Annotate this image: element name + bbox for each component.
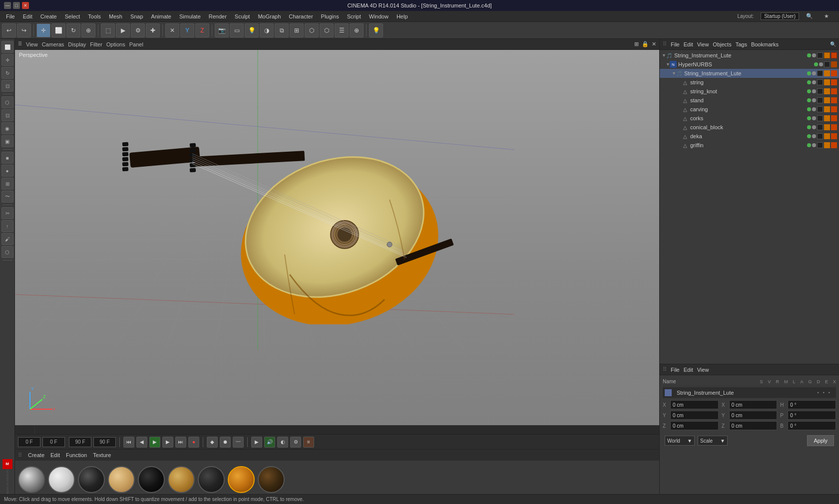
undo-button[interactable]: ↩ <box>2 23 16 37</box>
sidebar-move[interactable]: ✛ <box>1 54 13 66</box>
sidebar-scale[interactable]: ⊡ <box>1 80 13 92</box>
obj-tag10[interactable] <box>824 88 830 94</box>
menu-mesh[interactable]: Mesh <box>105 12 126 20</box>
obj-carving[interactable]: △ carving <box>660 105 839 114</box>
move-tool-button[interactable]: ✛ <box>36 23 50 37</box>
obj-tags-menu[interactable]: Tags <box>736 41 747 47</box>
obj-tag17[interactable] <box>831 106 837 112</box>
obj-objects-menu[interactable]: Objects <box>713 41 731 47</box>
select-all-button[interactable]: ⬜ <box>51 23 65 37</box>
maximize-button[interactable]: □ <box>13 2 20 9</box>
menu-create[interactable]: Create <box>36 12 61 20</box>
obj-vis9[interactable] <box>807 125 811 129</box>
obj-tag13[interactable] <box>824 97 830 103</box>
menu-mograph[interactable]: MoGraph <box>254 12 285 20</box>
obj-render7[interactable] <box>812 107 816 111</box>
menu-file[interactable]: File <box>2 12 19 20</box>
attr-file-menu[interactable]: File <box>671 367 680 373</box>
obj-tag29[interactable] <box>831 142 837 148</box>
coord-z-input[interactable]: 0 cm <box>670 421 719 430</box>
obj-tag24[interactable] <box>817 133 823 139</box>
obj-vis6[interactable] <box>807 98 811 102</box>
sidebar-grid[interactable]: ⊞ <box>1 178 13 190</box>
frame-total-input[interactable] <box>93 437 116 447</box>
viewport-expand-icon[interactable]: ⊞ <box>634 41 639 47</box>
hair-button[interactable]: ⬡ <box>320 23 334 37</box>
keyframe-button[interactable]: ◆ <box>207 437 218 448</box>
obj-vis-dot[interactable] <box>807 53 811 57</box>
menu-simulate[interactable]: Simulate <box>175 12 205 20</box>
obj-vis3[interactable] <box>807 71 811 75</box>
go-end-button[interactable]: ⏭ <box>175 437 186 448</box>
obj-tag27[interactable] <box>817 142 823 148</box>
clone-button[interactable]: ⧉ <box>275 23 289 37</box>
obj-string[interactable]: △ string <box>660 78 839 87</box>
scale-button[interactable]: ⊕ <box>81 23 95 37</box>
layout-preset[interactable]: Startup (User) <box>761 12 799 20</box>
obj-root[interactable]: ▼ 🎵 String_Instrument_Lute <box>660 51 839 60</box>
coord-x2-input[interactable]: 0 cm <box>729 400 778 409</box>
viewport-view-menu[interactable]: View <box>26 41 38 47</box>
obj-render-dot2[interactable] <box>819 62 823 66</box>
camera-button[interactable]: 📷 <box>215 23 229 37</box>
motion-button[interactable]: 〰 <box>233 437 244 448</box>
menu-help[interactable]: Help <box>393 12 412 20</box>
redo-button[interactable]: ↪ <box>17 23 31 37</box>
obj-tag22[interactable] <box>824 124 830 130</box>
prev-frame-button[interactable]: ◀ <box>136 437 147 448</box>
next-frame-button[interactable]: ▶ <box>162 437 173 448</box>
obj-render4[interactable] <box>812 80 816 84</box>
obj-render6[interactable] <box>812 98 816 102</box>
obj-tag5[interactable] <box>831 70 837 76</box>
obj-tag2[interactable] <box>824 61 830 67</box>
menu-animate[interactable]: Animate <box>147 12 175 20</box>
sidebar-sphere[interactable]: ● <box>1 165 13 177</box>
coord-z2-input[interactable]: 0 cm <box>729 421 778 430</box>
obj-render8[interactable] <box>812 116 816 120</box>
obj-render9[interactable] <box>812 125 816 129</box>
obj-render5[interactable] <box>812 89 816 93</box>
frame-current-input[interactable] <box>42 437 65 447</box>
obj-conical[interactable]: △ conical_block <box>660 123 839 132</box>
sound-button[interactable]: 🔊 <box>264 437 275 448</box>
obj-vis5[interactable] <box>807 89 811 93</box>
menu-snap[interactable]: Snap <box>126 12 147 20</box>
mat-create-menu[interactable]: Create <box>28 452 44 458</box>
coord-p-input[interactable]: 0 ° <box>788 411 836 420</box>
obj-corks[interactable]: △ corks <box>660 114 839 123</box>
attr-view-menu[interactable]: View <box>697 367 709 373</box>
obj-tag3[interactable] <box>817 70 823 76</box>
sidebar-edge[interactable]: ⊡ <box>1 109 13 121</box>
scale-mode-dropdown[interactable]: Scale▼ <box>698 436 728 446</box>
preview-button[interactable]: ▶ <box>251 437 262 448</box>
viewport-close-icon[interactable]: ✕ <box>652 41 656 47</box>
viewport-options-menu[interactable]: Options <box>106 41 125 47</box>
menu-plugins[interactable]: Plugins <box>317 12 343 20</box>
sidebar-object[interactable]: ▣ <box>1 135 13 147</box>
bookmarks-icon[interactable]: ★ <box>820 12 833 20</box>
viewport-cameras-menu[interactable]: Cameras <box>42 41 64 47</box>
z-axis-button[interactable]: Z <box>195 23 209 37</box>
obj-vis4[interactable] <box>807 80 811 84</box>
obj-tag26[interactable] <box>831 133 837 139</box>
floor-button[interactable]: ▭ <box>230 23 244 37</box>
obj-tag23[interactable] <box>831 124 837 130</box>
obj-tag6[interactable] <box>817 79 823 85</box>
coord-b-input[interactable]: 0 ° <box>788 421 836 430</box>
obj-tag16[interactable] <box>824 106 830 112</box>
render-region-button[interactable]: ⬚ <box>101 23 115 37</box>
menu-select[interactable]: Select <box>61 12 84 20</box>
attr-edit-menu[interactable]: Edit <box>684 367 693 373</box>
obj-vis11[interactable] <box>807 143 811 147</box>
record-button[interactable]: ● <box>188 437 199 448</box>
menu-render[interactable]: Render <box>205 12 231 20</box>
viewport-lock-icon[interactable]: 🔒 <box>642 41 649 47</box>
obj-edit-menu[interactable]: Edit <box>684 41 693 47</box>
null-button[interactable]: ✕ <box>165 23 179 37</box>
obj-hypernurbs[interactable]: ▼ N HyperNURBS <box>660 60 839 69</box>
y-axis-button[interactable]: Y <box>180 23 194 37</box>
coord-y-input[interactable]: 0 cm <box>670 411 719 420</box>
viewport-filter-menu[interactable]: Filter <box>90 41 102 47</box>
obj-griffin[interactable]: △ griffin <box>660 141 839 150</box>
obj-tag25[interactable] <box>824 133 830 139</box>
